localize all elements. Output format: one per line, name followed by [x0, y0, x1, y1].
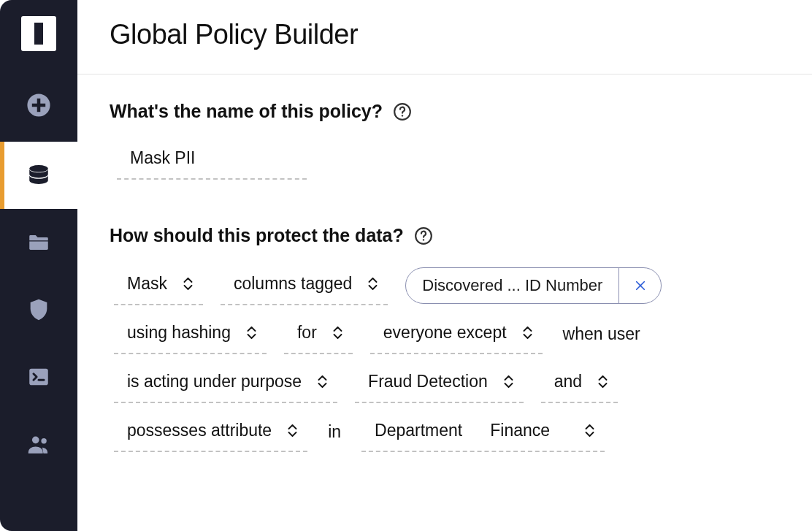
tag-chip-remove[interactable] [618, 268, 661, 303]
purpose-clause-label: is acting under purpose [114, 372, 315, 391]
target-select[interactable]: columns tagged [221, 265, 388, 305]
header: Global Policy Builder [77, 0, 812, 75]
attribute-clause-select[interactable]: possesses attribute [114, 412, 307, 452]
scope-label: everyone except [370, 323, 520, 343]
tag-chip[interactable]: Discovered ... ID Number [405, 267, 662, 304]
folder-icon [26, 230, 51, 255]
attribute-key-label: Department [361, 421, 467, 440]
main-panel: Global Policy Builder What's the name of… [77, 0, 812, 531]
sidebar-item-folder[interactable] [0, 209, 77, 276]
database-icon [26, 163, 51, 188]
stepper-icon [501, 375, 524, 389]
help-icon[interactable] [393, 102, 412, 121]
policy-name-field[interactable]: Mask PII [117, 141, 307, 180]
help-icon[interactable] [414, 226, 433, 245]
terminal-icon [26, 364, 51, 389]
section-title-name: What's the name of this policy? [110, 101, 383, 122]
app-logo [21, 16, 56, 51]
when-user-text: when user [560, 324, 643, 344]
for-select[interactable]: for [284, 314, 353, 354]
page-title: Global Policy Builder [110, 19, 780, 50]
attribute-value-select[interactable]: Department Finance [361, 412, 605, 452]
purpose-clause-select[interactable]: is acting under purpose [114, 363, 337, 403]
for-label: for [284, 323, 330, 343]
sidebar-item-terminal[interactable] [0, 343, 77, 410]
stepper-icon [315, 375, 337, 389]
svg-point-7 [41, 438, 46, 443]
purpose-value-label: Fraud Detection [355, 372, 501, 391]
attribute-value-label: Finance [486, 421, 563, 440]
stepper-icon [330, 326, 353, 340]
action-select[interactable]: Mask [114, 265, 203, 305]
attribute-clause-label: possesses attribute [114, 421, 285, 440]
method-select[interactable]: using hashing [114, 314, 267, 354]
sidebar-item-shield[interactable] [0, 276, 77, 343]
plus-circle-icon [26, 93, 51, 118]
stepper-icon [365, 277, 388, 291]
svg-point-6 [32, 437, 39, 444]
target-label: columns tagged [221, 274, 365, 294]
svg-point-11 [423, 239, 424, 240]
content: What's the name of this policy? Mask PII… [77, 75, 812, 452]
stepper-icon [582, 424, 605, 438]
scope-select[interactable]: everyone except [370, 314, 543, 354]
action-label: Mask [114, 274, 180, 294]
sidebar-item-database[interactable] [0, 142, 77, 209]
svg-point-9 [402, 115, 403, 116]
conjunction-select[interactable]: and [541, 363, 618, 403]
sidebar [0, 0, 77, 531]
users-icon [26, 432, 51, 456]
conjunction-label: and [541, 372, 595, 391]
sidebar-item-add[interactable] [0, 69, 77, 142]
stepper-icon [285, 424, 307, 438]
section-title-protect: How should this protect the data? [110, 225, 404, 246]
tag-chip-label: Discovered ... ID Number [406, 276, 618, 295]
stepper-icon [520, 326, 543, 340]
policy-name-value: Mask PII [117, 148, 307, 168]
svg-point-3 [29, 165, 48, 172]
method-label: using hashing [114, 323, 244, 343]
svg-rect-2 [32, 104, 45, 107]
stepper-icon [595, 375, 618, 389]
stepper-icon [180, 277, 203, 291]
shield-icon [26, 297, 51, 322]
purpose-value-select[interactable]: Fraud Detection [355, 363, 524, 403]
policy-builder: Mask columns tagged [114, 265, 780, 452]
svg-rect-4 [29, 369, 48, 386]
in-text: in [325, 422, 344, 442]
stepper-icon [244, 326, 267, 340]
sidebar-item-users[interactable] [0, 410, 77, 478]
